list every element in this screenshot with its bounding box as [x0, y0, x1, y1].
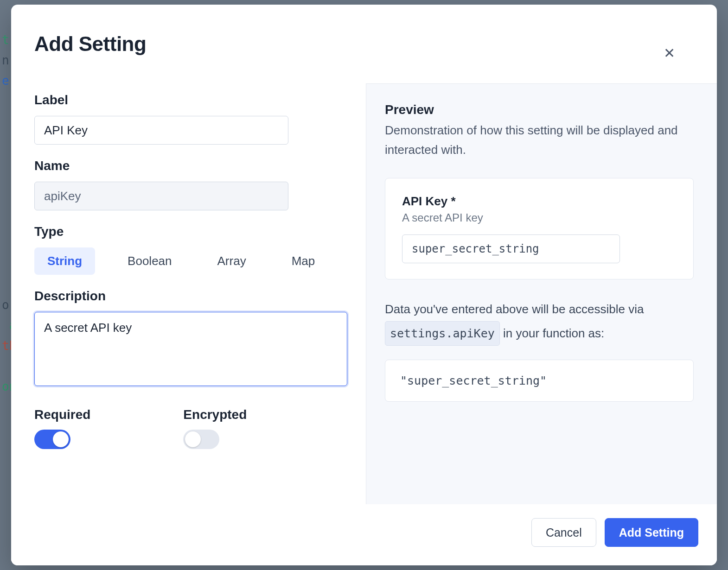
encrypted-toggle[interactable]	[183, 430, 219, 449]
encrypted-toggle-group: Encrypted	[183, 407, 247, 452]
cancel-button[interactable]: Cancel	[531, 518, 596, 547]
modal-body: Label Name Type String Boolean Array Map…	[11, 83, 717, 504]
type-option-array[interactable]: Array	[204, 247, 259, 275]
required-label: Required	[34, 407, 90, 422]
modal-header: Add Setting ✕	[11, 5, 717, 83]
type-option-map[interactable]: Map	[279, 247, 328, 275]
form-panel: Label Name Type String Boolean Array Map…	[11, 83, 366, 504]
name-field-block: Name	[34, 158, 347, 210]
preview-card-desc: A secret API key	[402, 211, 677, 224]
preview-title: Preview	[385, 102, 694, 117]
access-text: Data you've entered above will be access…	[385, 298, 694, 346]
modal-title: Add Setting	[34, 32, 146, 56]
name-field-label: Name	[34, 158, 347, 173]
encrypted-label: Encrypted	[183, 407, 247, 422]
close-button[interactable]: ✕	[659, 42, 680, 65]
close-icon: ✕	[664, 45, 675, 61]
type-options: String Boolean Array Map	[34, 247, 347, 275]
required-toggle-group: Required	[34, 407, 90, 452]
description-field-label: Description	[34, 289, 347, 304]
type-field-label: Type	[34, 224, 347, 239]
preview-subtitle: Demonstration of how this setting will b…	[385, 121, 694, 159]
label-field-block: Label	[34, 93, 347, 145]
access-text-prefix: Data you've entered above will be access…	[385, 302, 644, 316]
preview-card: API Key * A secret API key	[385, 178, 694, 279]
access-code-chip: settings.apiKey	[385, 321, 500, 346]
type-field-block: Type String Boolean Array Map	[34, 224, 347, 275]
description-field-block: Description	[34, 289, 347, 389]
modal-footer: Cancel Add Setting	[11, 504, 717, 565]
required-toggle[interactable]	[34, 430, 70, 449]
label-input[interactable]	[34, 116, 288, 145]
toggle-knob	[53, 431, 69, 447]
type-option-boolean[interactable]: Boolean	[115, 247, 185, 275]
code-preview-block: "super_secret_string"	[385, 360, 694, 402]
preview-value-input[interactable]	[402, 234, 620, 263]
add-setting-modal: Add Setting ✕ Label Name Type String Boo…	[11, 5, 717, 565]
name-input[interactable]	[34, 182, 288, 210]
type-option-string[interactable]: String	[34, 247, 95, 275]
toggle-row: Required Encrypted	[34, 407, 347, 452]
description-textarea[interactable]	[34, 312, 347, 386]
toggle-knob	[185, 431, 201, 447]
submit-button[interactable]: Add Setting	[605, 518, 698, 547]
access-text-suffix: in your function as:	[503, 326, 604, 340]
label-field-label: Label	[34, 93, 347, 108]
preview-panel: Preview Demonstration of how this settin…	[366, 83, 717, 504]
preview-card-label: API Key *	[402, 194, 677, 209]
